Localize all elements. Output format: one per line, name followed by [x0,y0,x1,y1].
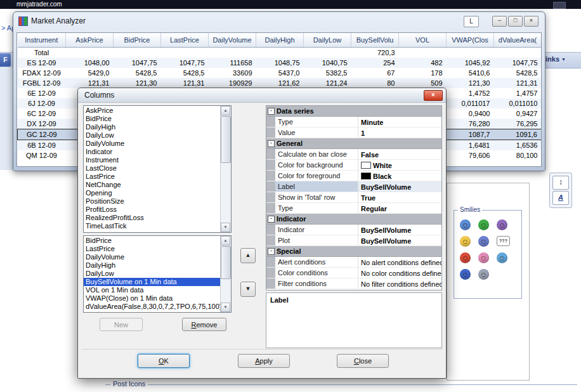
scrollbar[interactable]: ▲ ▼ [220,236,231,312]
list-item[interactable]: Instrument [84,156,221,164]
close-icon[interactable]: × [524,16,539,27]
scroll-thumb[interactable] [221,246,231,279]
property-row[interactable]: Value1 [266,127,441,138]
smiley-cool-blue[interactable]: ☺ [460,269,471,280]
links-menu[interactable]: inks ▼ [545,55,566,63]
category-row[interactable]: -Indicator [266,214,441,225]
column-header[interactable]: Instrument [18,33,66,48]
list-item[interactable]: LastPrice [84,173,221,181]
smiley-mad-red[interactable]: ☺ [460,252,471,263]
property-row[interactable]: PlotBuySellVolume [266,235,441,246]
scroll-up-button[interactable]: ▲ [221,106,230,115]
list-item[interactable]: DailyVolume [84,253,221,261]
list-item[interactable]: ProfitLoss [84,206,221,214]
list-item[interactable]: RealizedProfitLoss [84,214,221,222]
available-items[interactable]: AskPriceBidPriceDailyHighDailyLowDailyVo… [84,106,221,232]
collapse-icon[interactable]: - [268,248,275,255]
table-row[interactable]: ES 12-091048,001047,751047,751116581048,… [18,58,542,68]
list-item[interactable]: DailyLow [84,270,221,278]
column-header[interactable]: LastPrice [161,33,209,48]
property-row[interactable]: TypeRegular [266,203,441,214]
smiley-laugh-lightblue[interactable]: ☺ [497,252,507,263]
list-item[interactable]: BidPrice [84,115,221,123]
smiley-happy-blue[interactable]: ☺ [460,219,471,230]
column-header[interactable]: VWAP(Clos [447,33,494,48]
collapse-icon[interactable]: - [268,216,275,223]
list-item[interactable]: NetChange [84,181,221,189]
smiley-tongue-pink[interactable]: ☺ [478,252,489,263]
smiley-confused-purple[interactable]: ☺ [497,219,507,230]
smiley-smile-yellow[interactable]: ☺ [460,236,471,247]
list-item[interactable]: BuySellVolume on 1 Min data [84,278,221,286]
table-row[interactable]: Total720,3 [18,48,542,58]
scrollbar[interactable]: ▲ ▼ [220,106,231,232]
list-item[interactable]: VWAP(Close) on 1 Min data [84,294,221,303]
scroll-thumb[interactable] [221,116,231,163]
category-row[interactable]: -General [266,138,441,149]
font-icon[interactable]: A [552,191,569,205]
property-row[interactable]: Show in 'Total' rowTrue [266,192,441,203]
list-item[interactable]: AskPrice [84,107,221,115]
property-row[interactable]: Filter conditionsNo filter conditions de… [266,278,441,289]
selected-items[interactable]: BidPriceLastPriceDailyVolumeDailyHighDai… [84,236,221,312]
new-button[interactable]: New [100,318,143,331]
category-row[interactable]: -Data series [266,106,441,117]
window-titlebar[interactable]: Market Analyzer L – □ × [13,12,545,30]
move-up-button[interactable]: ▲ [240,248,256,263]
smiley-grin-green[interactable]: ☺ [478,219,489,230]
close-button[interactable]: Close [337,354,389,368]
scroll-up-button[interactable]: ▲ [221,236,230,245]
apply-button[interactable]: Apply [238,354,290,368]
list-item[interactable]: Opening [84,189,221,197]
property-row[interactable]: LabelBuySellVolume [266,181,441,192]
property-row[interactable]: Color for backgroundWhite [266,160,441,171]
list-item[interactable]: PositionSize [84,197,221,206]
property-row[interactable]: Color for foregroundBlack [266,171,441,181]
property-row[interactable]: IndicatorBuySellVolume [266,225,441,235]
column-header[interactable]: BuySellVolu [351,33,399,48]
instrument-link-button[interactable]: L [464,16,479,27]
resize-updown-icon[interactable]: ↕ [552,176,569,190]
property-row[interactable]: TypeMinute [266,117,441,127]
smiley-eek-gray[interactable]: ☺ [478,269,489,280]
column-header[interactable]: VOL [399,33,447,48]
list-item[interactable]: DailyVolume [84,140,221,148]
list-item[interactable]: dValueArea(False,8,30,0,7,2,TPO,6,75,100… [84,303,221,311]
scroll-down-button[interactable]: ▼ [221,223,230,232]
dialog-close-button[interactable]: × [424,90,443,101]
list-item[interactable]: DailyLow [84,131,221,140]
column-header[interactable]: DailyLow [304,33,351,48]
column-header[interactable]: AskPrice [66,33,114,48]
remove-button[interactable]: Remove [182,318,226,331]
column-header[interactable]: BidPrice [114,33,161,48]
collapse-icon[interactable]: - [268,140,275,147]
list-item[interactable]: TimeLastTick [84,222,221,230]
list-item[interactable]: BidPrice [84,237,221,245]
minimize-button[interactable]: – [492,16,507,27]
list-item[interactable]: Indicator [84,148,221,156]
table-row[interactable]: FGBL 12-09121,31121,30121,31190929121,62… [18,78,542,88]
property-row[interactable]: Calculate on bar closeFalse [266,149,441,160]
table-row[interactable]: FDAX 12-095429,05428,55428,5336095437,05… [18,68,542,78]
smiley-question[interactable]: ??? [497,236,510,246]
nav-tab-fragment[interactable]: F [0,53,11,67]
property-row[interactable]: Color conditionsNo color conditions defi… [266,268,441,278]
column-header[interactable]: DailyHigh [256,33,304,48]
column-header[interactable]: DailyVolume [209,33,256,48]
list-item[interactable]: DailyHigh [84,123,221,131]
window-controls: – □ × [492,16,539,27]
dialog-titlebar[interactable]: Columns × [78,88,446,103]
list-item[interactable]: DailyHigh [84,261,221,270]
collapse-icon[interactable]: - [268,108,275,115]
move-down-button[interactable]: ▼ [240,282,256,297]
category-row[interactable]: -Special [266,246,441,257]
list-item[interactable]: LastClose [84,164,221,173]
scroll-down-button[interactable]: ▼ [221,303,230,312]
list-item[interactable]: VOL on 1 Min data [84,286,221,294]
maximize-button[interactable]: □ [508,16,523,27]
smiley-wink-blue[interactable]: ☺ [478,236,489,247]
ok-button[interactable]: OK [138,354,190,368]
column-header[interactable]: dValueArea( [494,33,542,48]
property-row[interactable]: Alert conditionsNo alert conditions defi… [266,257,441,268]
list-item[interactable]: LastPrice [84,245,221,253]
